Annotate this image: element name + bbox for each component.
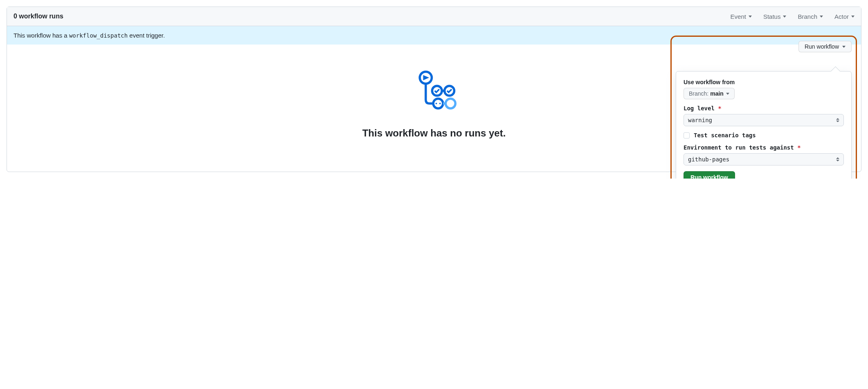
dispatch-prefix: This workflow has a [13, 32, 69, 39]
caret-down-icon [842, 46, 846, 48]
caret-down-icon [820, 16, 823, 18]
caret-down-icon [749, 16, 752, 18]
svg-point-4 [433, 98, 443, 108]
log-level-label: Log level * [684, 105, 844, 112]
required-asterisk: * [718, 105, 721, 112]
filter-status[interactable]: Status [763, 13, 787, 20]
test-scenario-checkbox[interactable] [684, 132, 690, 139]
log-level-value: warning [688, 117, 712, 123]
run-workflow-button-label: Run workflow [805, 43, 839, 50]
run-workflow-submit-button[interactable]: Run workflow [684, 171, 735, 179]
filter-branch[interactable]: Branch [798, 13, 823, 20]
svg-point-8 [445, 98, 455, 108]
run-workflow-area: Run workflow Use workflow from Branch: m… [670, 36, 857, 179]
run-workflow-popover: Use workflow from Branch: main Log level… [676, 71, 852, 179]
filter-branch-label: Branch [798, 13, 817, 20]
log-level-label-text: Log level [684, 105, 715, 112]
run-workflow-dropdown-button[interactable]: Run workflow [798, 41, 852, 52]
branch-selector[interactable]: Branch: main [684, 88, 735, 99]
filter-event-label: Event [731, 13, 746, 20]
svg-point-5 [436, 103, 437, 105]
workflow-runs-panel: 0 workflow runs Event Status Branch Acto… [7, 7, 861, 172]
filter-actor[interactable]: Actor [834, 13, 855, 20]
select-updown-icon [836, 157, 839, 161]
select-updown-icon [836, 118, 839, 122]
caret-down-icon [851, 16, 855, 18]
dispatch-suffix: event trigger. [128, 32, 165, 39]
branch-prefix: Branch: [689, 90, 708, 97]
run-count-label: 0 workflow runs [13, 13, 63, 20]
filter-bar: Event Status Branch Actor [731, 13, 855, 20]
use-workflow-from-label: Use workflow from [684, 79, 844, 85]
environment-value: github-pages [688, 156, 729, 163]
log-level-select[interactable]: warning [684, 114, 844, 126]
environment-label: Environment to run tests against * [684, 144, 844, 151]
highlight-frame: Run workflow Use workflow from Branch: m… [670, 36, 857, 179]
workflow-empty-icon [412, 69, 456, 114]
environment-label-text: Environment to run tests against [684, 144, 794, 151]
filter-actor-label: Actor [834, 13, 849, 20]
caret-down-icon [783, 16, 786, 18]
test-scenario-label: Test scenario tags [694, 132, 756, 139]
filter-event[interactable]: Event [731, 13, 752, 20]
svg-point-6 [439, 103, 441, 105]
dispatch-code: workflow_dispatch [69, 32, 128, 39]
environment-select[interactable]: github-pages [684, 153, 844, 165]
filter-status-label: Status [763, 13, 781, 20]
runs-header: 0 workflow runs Event Status Branch Acto… [7, 7, 861, 26]
dispatch-text: This workflow has a workflow_dispatch ev… [13, 32, 165, 39]
caret-down-icon [726, 93, 729, 95]
required-asterisk: * [797, 144, 801, 151]
branch-value: main [710, 90, 724, 97]
